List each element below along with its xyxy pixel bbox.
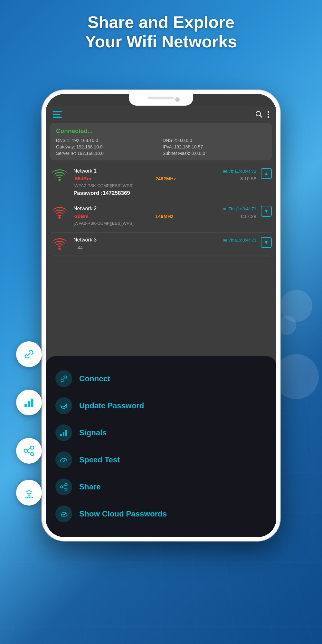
network-3-name: Network 3	[73, 237, 97, 243]
network-1-stats: -55dBm 2462MHz 8:10:58	[73, 176, 256, 181]
wifi-icon-3	[50, 237, 69, 250]
network-3-details: Network 3 ae:7b:a1:d3:4c:71 ...44	[73, 237, 256, 252]
side-icon-chart[interactable]	[16, 390, 42, 415]
network-item-2-header: Network 2 ae:7b:a1:d3:4c:71 -3dBm 146MHz…	[50, 206, 272, 228]
header-title-line1: Share and Explore	[13, 13, 309, 32]
network-1-expand-btn[interactable]: ▲	[261, 168, 272, 179]
gateway-info: Gateway: 192.168.10.0	[56, 144, 159, 149]
side-icon-share[interactable]	[16, 438, 42, 464]
svg-point-5	[31, 452, 34, 456]
connected-status: Connected...	[56, 128, 266, 135]
search-icon[interactable]	[255, 110, 263, 118]
svg-line-25	[63, 485, 65, 486]
update-password-icon-container	[55, 397, 72, 414]
phone-speaker	[148, 97, 174, 99]
network-item-2: Network 2 ae:7b:a1:d3:4c:71 -3dBm 146MHz…	[50, 201, 272, 232]
network-1-name: Network 1	[73, 168, 97, 174]
share-icon	[59, 482, 69, 492]
network-1-name-row: Network 1 ae:7b:a1:d3:4c:71	[73, 168, 256, 174]
network-item-3-header: Network 3 ae:7b:a1:d3:4c:71 ...44 ▼	[50, 237, 272, 252]
context-menu-update-password[interactable]: Update Password	[55, 392, 267, 419]
network-3-name-row: Network 3 ae:7b:a1:d3:4c:71	[73, 237, 256, 243]
top-bar	[46, 106, 276, 123]
network-1-mhz: 2462MHz	[155, 176, 176, 181]
context-menu-cloud-passwords[interactable]: Show Cloud Passwords	[55, 500, 267, 527]
context-menu-connect[interactable]: Connect	[55, 365, 267, 392]
speed-test-icon-container	[55, 451, 72, 468]
svg-rect-17	[60, 434, 62, 436]
svg-point-10	[26, 497, 27, 498]
svg-rect-1	[28, 401, 30, 407]
context-menu-share[interactable]: Share	[55, 473, 267, 500]
network-1-security: [WPA2-PSK-CCMP][ESS][WPS]	[73, 183, 256, 188]
network-1-details: Network 1 ae:7b:a1:d3:4c:71 -55dBm 2462M…	[73, 168, 256, 196]
network-2-mhz: 146MHz	[155, 213, 173, 219]
svg-rect-19	[65, 430, 67, 436]
svg-point-21	[63, 461, 64, 462]
phone-inner: Connected... DNS 1: 192.168.10.0 DNS 2: …	[46, 94, 276, 537]
connect-label: Connect	[79, 374, 110, 383]
screen-content: Connected... DNS 1: 192.168.10.0 DNS 2: …	[46, 106, 276, 537]
network-3-mac: ae:7b:a1:d3:4c:71	[223, 238, 256, 242]
menu-icon[interactable]	[53, 111, 62, 118]
ipv4-info: IPv4: 192.168.10.57	[163, 144, 266, 149]
phone-camera	[175, 97, 180, 102]
wifi-icon-1	[50, 168, 69, 181]
network-2-details: Network 2 ae:7b:a1:d3:4c:71 -3dBm 146MHz…	[73, 206, 256, 228]
svg-point-4	[24, 449, 27, 452]
network-item-1-header: Network 1 ae:7b:a1:d3:4c:71 -55dBm 2462M…	[50, 168, 272, 196]
context-menu-signals[interactable]: Signals	[55, 419, 267, 446]
network-2-time: 1:17:28	[240, 213, 256, 219]
link-icon	[59, 374, 69, 384]
network-3-stats: ...44	[73, 245, 256, 250]
svg-point-11	[27, 497, 28, 498]
network-1-mac: ae:7b:a1:d3:4c:71	[223, 169, 256, 174]
network-2-name: Network 2	[73, 206, 97, 212]
update-password-label: Update Password	[79, 401, 144, 410]
more-options-icon[interactable]	[268, 111, 269, 118]
network-1-password: Password :147258369	[73, 190, 256, 196]
cloud-passwords-label: Show Cloud Passwords	[79, 509, 167, 518]
header-title: Share and Explore Your Wifi Networks	[0, 13, 322, 52]
top-bar-right	[255, 110, 269, 118]
svg-rect-18	[63, 432, 64, 436]
network-2-expand-btn[interactable]: ▼	[261, 206, 272, 217]
share-label: Share	[79, 482, 101, 491]
network-item-3: Network 3 ae:7b:a1:d3:4c:71 ...44 ▼	[50, 232, 272, 257]
connect-icon-container	[55, 370, 72, 387]
cloud-wifi-icon	[59, 509, 69, 519]
network-item-1: Network 1 ae:7b:a1:d3:4c:71 -55dBm 2462M…	[50, 164, 272, 201]
network-list: Network 1 ae:7b:a1:d3:4c:71 -55dBm 2462M…	[46, 160, 276, 260]
network-3-expand-btn[interactable]: ▼	[261, 237, 272, 248]
header-title-line2: Your Wifi Networks	[13, 32, 309, 52]
svg-point-13	[31, 497, 32, 498]
network-1-time: 8:10:58	[240, 176, 256, 181]
network-2-name-row: Network 2 ae:7b:a1:d3:4c:71	[73, 206, 256, 212]
signals-icon-container	[55, 424, 72, 441]
subnet-info: Subnet Mask: 0.0.0.0	[163, 151, 266, 156]
side-icon-wifi-cloud[interactable]	[16, 480, 42, 506]
network-1-dbm: -55dBm	[73, 176, 91, 181]
dns1-info: DNS 1: 192.168.10.0	[56, 138, 159, 143]
svg-line-16	[260, 116, 262, 118]
chart-icon	[59, 428, 69, 438]
wifi-arcs-red-3	[52, 237, 67, 250]
connected-banner: Connected... DNS 1: 192.168.10.0 DNS 2: …	[50, 123, 272, 160]
server-ip-info: Server IP: 192.168.10.0	[56, 151, 159, 156]
context-menu-speed-test[interactable]: Speed Test	[55, 446, 267, 473]
refresh-icon	[59, 401, 69, 411]
dns2-info: DNS 2: 0.0.0.0	[163, 138, 266, 143]
svg-point-27	[63, 516, 64, 516]
wifi-arcs-red	[52, 206, 67, 219]
network-3-time: ...44	[73, 245, 83, 250]
svg-line-26	[63, 488, 65, 488]
svg-point-14	[32, 497, 33, 498]
phone-notch	[129, 94, 193, 106]
speed-test-label: Speed Test	[79, 455, 120, 464]
phone-frame: Connected... DNS 1: 192.168.10.0 DNS 2: …	[42, 90, 280, 541]
svg-point-24	[65, 488, 67, 490]
network-info-grid: DNS 1: 192.168.10.0 DNS 2: 0.0.0.0 Gatew…	[56, 138, 266, 156]
side-icon-link[interactable]	[16, 341, 42, 367]
svg-point-12	[29, 497, 30, 498]
bubble-decoration	[274, 354, 319, 399]
